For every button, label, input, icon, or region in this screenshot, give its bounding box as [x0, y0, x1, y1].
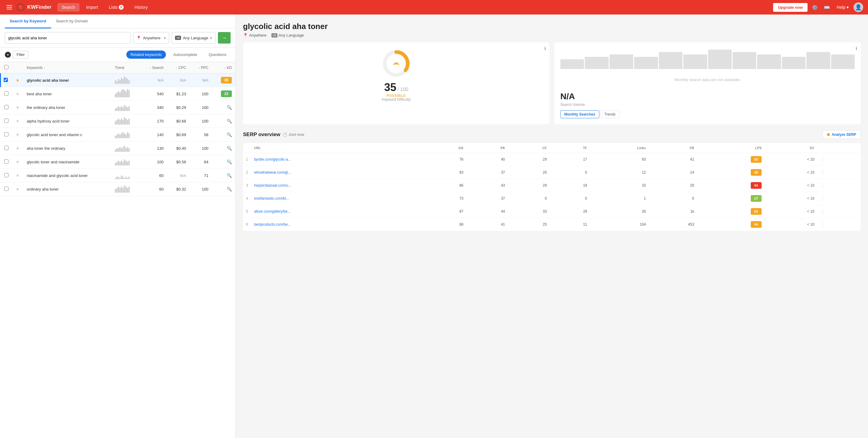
ppc-sort-icon[interactable]: ↕: [198, 66, 200, 69]
cpc-sort-icon[interactable]: ↕: [176, 66, 178, 69]
td-checkbox[interactable]: [1, 169, 12, 182]
kd-search-icon[interactable]: 🔍: [227, 159, 232, 164]
vol-info-icon[interactable]: ℹ: [856, 46, 857, 51]
serp-header: SERP overview 🕐 Just now Analyze SERP: [243, 130, 861, 139]
td-star[interactable]: ★: [12, 74, 23, 87]
row-menu-icon[interactable]: ⋮: [820, 170, 825, 175]
star-icon[interactable]: ★: [16, 187, 20, 192]
upgrade-button[interactable]: Upgrade now: [773, 3, 808, 12]
row-menu-icon[interactable]: ⋮: [820, 196, 825, 201]
td-star[interactable]: ★: [12, 155, 23, 169]
row-menu-icon[interactable]: ⋮: [820, 183, 825, 188]
filter-tab-questions[interactable]: Questions: [204, 51, 230, 59]
tab-domain[interactable]: Search by Domain: [51, 14, 93, 28]
td-menu[interactable]: ⋮: [817, 205, 861, 218]
kd-sort-icon[interactable]: ↕: [224, 66, 226, 69]
td-checkbox[interactable]: [1, 101, 12, 114]
td-checkbox[interactable]: [1, 142, 12, 155]
select-all-checkbox[interactable]: [4, 65, 8, 69]
serp-url-link[interactable]: byrdie.com/glycolic-a...: [254, 157, 291, 162]
kd-search-icon[interactable]: 🔍: [227, 187, 232, 192]
td-url[interactable]: harpersbazaar.com/u...: [251, 179, 423, 192]
row-checkbox[interactable]: [4, 105, 8, 109]
td-checkbox[interactable]: [1, 114, 12, 128]
td-menu[interactable]: ⋮: [817, 218, 861, 231]
serp-url-link[interactable]: whowhatwear.com/gl...: [254, 170, 291, 175]
analyze-serp-button[interactable]: Analyze SERP: [823, 130, 861, 139]
star-icon[interactable]: ★: [16, 159, 20, 164]
kd-search-icon[interactable]: 🔍: [227, 119, 232, 123]
td-checkbox[interactable]: [1, 182, 12, 196]
nav-search[interactable]: Search: [57, 3, 79, 11]
kd-search-icon[interactable]: 🔍: [227, 146, 232, 151]
td-star[interactable]: ★: [12, 169, 23, 182]
nav-lists[interactable]: Lists 0: [104, 3, 128, 11]
td-checkbox[interactable]: [1, 155, 12, 169]
location-select[interactable]: 📍 Anywhere ▾: [133, 32, 169, 43]
td-star[interactable]: ★: [12, 114, 23, 128]
td-menu[interactable]: ⋮: [817, 192, 861, 205]
td-checkbox[interactable]: [1, 87, 12, 101]
row-menu-icon[interactable]: ⋮: [820, 222, 825, 227]
star-icon[interactable]: ★: [16, 119, 20, 123]
td-url[interactable]: byrdie.com/glycolic-a...: [251, 153, 423, 166]
hamburger-menu[interactable]: [5, 3, 14, 11]
td-star[interactable]: ★: [12, 101, 23, 114]
row-checkbox[interactable]: [4, 187, 8, 191]
search-input-wrap[interactable]: [5, 32, 130, 43]
serp-url-link[interactable]: allure.com/gallery/be...: [254, 209, 291, 213]
kd-info-icon[interactable]: ℹ: [544, 46, 546, 51]
td-star[interactable]: ★: [12, 128, 23, 142]
row-checkbox[interactable]: [4, 132, 8, 137]
td-url[interactable]: whowhatwear.com/gl...: [251, 166, 423, 179]
vol-tab-monthly[interactable]: Monthly Searches: [560, 110, 599, 118]
star-icon[interactable]: ★: [16, 78, 20, 83]
td-star[interactable]: ★: [12, 182, 23, 196]
language-select[interactable]: AB Any Language ▾: [172, 32, 216, 43]
star-icon[interactable]: ★: [16, 132, 20, 137]
row-checkbox[interactable]: [4, 78, 8, 82]
keyboard-icon[interactable]: ⌨️: [822, 2, 832, 12]
filter-button[interactable]: Filter: [13, 51, 29, 59]
settings-icon[interactable]: ⚙️: [810, 2, 819, 12]
search-sort-icon[interactable]: ↕: [150, 66, 151, 69]
kd-search-icon[interactable]: 🔍: [227, 105, 232, 110]
td-star[interactable]: ★: [12, 142, 23, 155]
star-icon[interactable]: ★: [16, 91, 20, 96]
vol-tab-trends[interactable]: Trends: [600, 110, 620, 118]
row-checkbox[interactable]: [4, 159, 8, 164]
search-input[interactable]: [8, 36, 127, 40]
keywords-sort-icon[interactable]: ↕: [44, 66, 45, 69]
td-menu[interactable]: ⋮: [817, 153, 861, 166]
user-avatar[interactable]: 👤: [854, 2, 863, 12]
tab-keyword[interactable]: Search by Keyword: [5, 14, 51, 28]
td-star[interactable]: ★: [12, 87, 23, 101]
serp-url-link[interactable]: harpersbazaar.com/u...: [254, 183, 291, 187]
td-checkbox[interactable]: [1, 128, 12, 142]
nav-import[interactable]: Import: [82, 3, 102, 11]
filter-tab-related[interactable]: Related keywords: [126, 51, 166, 59]
help-menu[interactable]: Help ▾: [834, 3, 851, 11]
td-url[interactable]: lookfantastic.com/bl...: [251, 192, 423, 205]
td-menu[interactable]: ⋮: [817, 179, 861, 192]
row-menu-icon[interactable]: ⋮: [820, 157, 825, 162]
serp-url-link[interactable]: lookfantastic.com/bl...: [254, 196, 289, 201]
td-menu[interactable]: ⋮: [817, 166, 861, 179]
row-checkbox[interactable]: [4, 146, 8, 150]
filter-tab-autocomplete[interactable]: Autocomplete: [169, 51, 202, 59]
td-url[interactable]: allure.com/gallery/be...: [251, 205, 423, 218]
row-checkbox[interactable]: [4, 173, 8, 177]
serp-url-link[interactable]: bestproducts.com/be...: [254, 222, 291, 227]
row-menu-icon[interactable]: ⋮: [820, 209, 825, 214]
star-icon[interactable]: ★: [16, 146, 20, 151]
td-url[interactable]: bestproducts.com/be...: [251, 218, 423, 231]
td-checkbox[interactable]: [1, 74, 12, 87]
star-icon[interactable]: ★: [16, 105, 20, 110]
search-button[interactable]: →: [218, 32, 230, 43]
row-checkbox[interactable]: [4, 119, 8, 123]
kd-search-icon[interactable]: 🔍: [227, 173, 232, 178]
nav-history[interactable]: History: [130, 3, 152, 11]
kd-search-icon[interactable]: 🔍: [227, 132, 232, 137]
row-checkbox[interactable]: [4, 91, 8, 95]
star-icon[interactable]: ★: [16, 173, 20, 178]
